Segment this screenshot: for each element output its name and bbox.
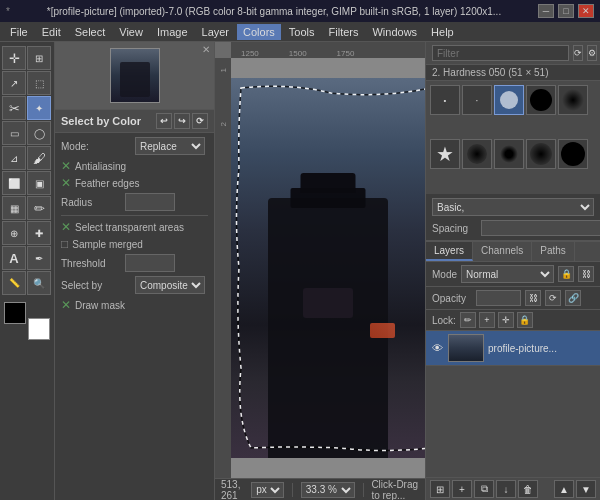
ellipse-select[interactable]: ◯ [27,121,51,145]
minimize-button[interactable]: ─ [538,4,554,18]
tool-options-header: Select by Color ↩ ↪ ⟳ [55,110,214,133]
measure-tool[interactable]: 📏 [2,271,26,295]
opacity-input[interactable]: 100.0 [476,290,521,306]
opacity-reset-button[interactable]: ⟳ [545,290,561,306]
free-select[interactable]: ⊿ [2,146,26,170]
brush-item[interactable] [494,139,524,169]
mode-chain-button[interactable]: ⛓ [578,266,594,282]
new-layer-button[interactable]: + [452,480,472,498]
menu-layer[interactable]: Layer [196,24,236,40]
mode-lock-button[interactable]: 🔒 [558,266,574,282]
menu-filters[interactable]: Filters [323,24,365,40]
brush-item[interactable]: ∙ [462,85,492,115]
brush-category-select[interactable]: Basic, [432,198,594,216]
spacing-input[interactable]: 10.0 [481,220,600,236]
status-bar: 513, 261 px % 33.3 % 50 % 100 % Click-Dr… [215,478,425,500]
tool-row-4: ▭ ◯ [2,121,52,145]
blend-mode-select[interactable]: Normal Multiply Screen [461,265,554,283]
layer-visibility-toggle[interactable]: 👁 [430,341,444,355]
color-picker-tool[interactable]: ✒ [27,246,51,270]
color-patch [370,323,395,338]
pencil-tool[interactable]: ✏ [27,196,51,220]
delete-layer-button[interactable]: 🗑 [518,480,538,498]
layer-item[interactable]: 👁 profile-picture... [426,331,600,366]
redo-button[interactable]: ↪ [174,113,190,129]
brush-item[interactable] [462,139,492,169]
text-tool[interactable]: A [2,246,26,270]
brush-item[interactable]: • [430,85,460,115]
menu-tools[interactable]: Tools [283,24,321,40]
brush-item[interactable] [558,139,588,169]
foreground-color[interactable] [4,302,26,324]
clone-tool[interactable]: ⊕ [2,221,26,245]
menu-select[interactable]: Select [69,24,112,40]
opacity-chain-button[interactable]: ⛓ [525,290,541,306]
menu-view[interactable]: View [113,24,149,40]
menu-image[interactable]: Image [151,24,194,40]
radius-input[interactable]: 10.0 [125,193,175,211]
maximize-button[interactable]: □ [558,4,574,18]
spacing-row: Spacing 10.0 ⛓ ⟳ 🔗 [432,220,594,236]
tab-layers[interactable]: Layers [426,242,473,261]
tool-reset-button[interactable]: ⟳ [192,113,208,129]
rect-select[interactable]: ▭ [2,121,26,145]
zoom-tool[interactable]: 🔍 [27,271,51,295]
status-separator-2 [363,483,364,497]
menu-colors[interactable]: Colors [237,24,281,40]
menu-edit[interactable]: Edit [36,24,67,40]
new-layer-group-button[interactable]: ⊞ [430,480,450,498]
tool-options-panel: Select by Color ↩ ↪ ⟳ Mode: Replace Add … [55,110,215,500]
right-panel: ⟳ ⚙ 2. Hardness 050 (51 × 51) • ∙ ★ [425,42,600,500]
erase-tool[interactable]: ⬜ [2,171,26,195]
scissors-tool[interactable]: ✂ [2,96,26,120]
undo-button[interactable]: ↩ [156,113,172,129]
duplicate-layer-button[interactable]: ⧉ [474,480,494,498]
preview-close[interactable]: ✕ [202,44,210,55]
brush-refresh-button[interactable]: ⟳ [573,45,583,61]
lock-position-button[interactable]: ✛ [498,312,514,328]
background-color[interactable] [28,318,50,340]
image-preview-panel: ✕ [55,42,214,110]
unit-select[interactable]: px % [251,482,284,498]
scale-tool[interactable]: ↗ [2,71,26,95]
align-tool[interactable]: ⊞ [27,46,51,70]
canvas-content[interactable]: ➜ [231,58,425,478]
paint-tool[interactable]: 🖌 [27,146,51,170]
selectby-select[interactable]: Composite Red Green Blue [135,276,205,294]
mode-select[interactable]: Replace Add Subtract Intersect [135,137,205,155]
status-separator-1 [292,483,293,497]
window-title: *[profile-picture] (imported)-7.0 (RGB c… [34,6,514,17]
menu-windows[interactable]: Windows [366,24,423,40]
lock-alpha-button[interactable]: + [479,312,495,328]
brush-settings-button[interactable]: ⚙ [587,45,597,61]
threshold-input[interactable]: 15.0 [125,254,175,272]
menu-file[interactable]: File [4,24,34,40]
brush-item-selected[interactable] [494,85,524,115]
lock-all-button[interactable]: 🔒 [517,312,533,328]
bucket-tool[interactable]: ▣ [27,171,51,195]
heal-tool[interactable]: ✚ [27,221,51,245]
brush-item[interactable] [558,85,588,115]
tab-paths[interactable]: Paths [532,242,575,261]
move-tool[interactable]: ✛ [2,46,26,70]
crop-tool[interactable]: ⬚ [27,71,51,95]
layer-up-button[interactable]: ▲ [554,480,574,498]
opacity-link-button[interactable]: 🔗 [565,290,581,306]
canvas-area: 1250 1500 1750 1 2 [215,42,425,500]
brush-filter-input[interactable] [432,45,569,61]
gradient-tool[interactable]: ▦ [2,196,26,220]
lock-pixels-button[interactable]: ✏ [460,312,476,328]
brush-item[interactable] [526,139,556,169]
brush-item[interactable]: ★ [430,139,460,169]
close-button[interactable]: ✕ [578,4,594,18]
brush-item[interactable] [526,85,556,115]
feather-label: Feather edges [75,178,140,189]
merge-layers-button[interactable]: ↓ [496,480,516,498]
menu-help[interactable]: Help [425,24,460,40]
opacity-label: Opacity [432,293,472,304]
feather-row: ✕ Feather edges [61,176,208,190]
wand-tool[interactable]: ✦ [27,96,51,120]
zoom-select[interactable]: 33.3 % 50 % 100 % [301,482,355,498]
tab-channels[interactable]: Channels [473,242,532,261]
layer-down-button[interactable]: ▼ [576,480,596,498]
